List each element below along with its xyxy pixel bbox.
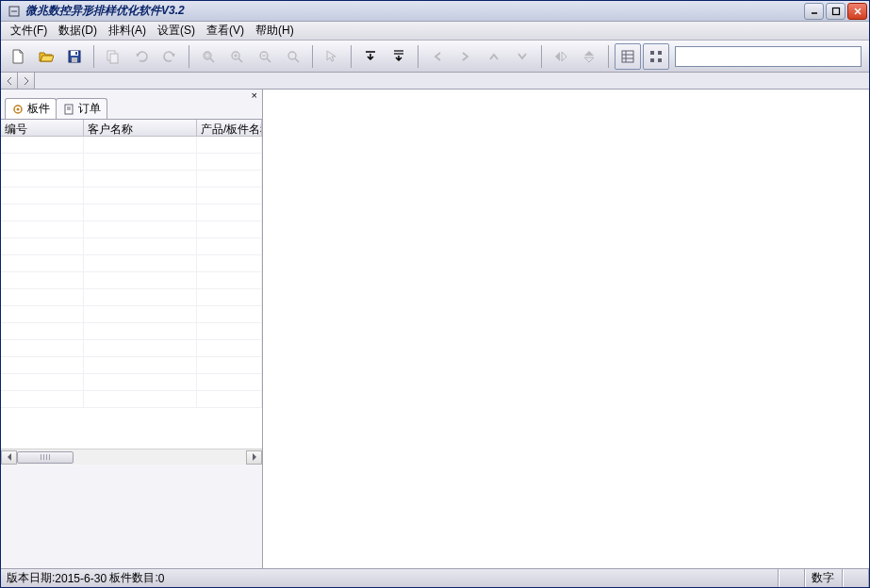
table-row — [1, 238, 262, 255]
svg-rect-27 — [622, 51, 633, 62]
toolbar-separator — [93, 45, 94, 68]
toolbar-separator — [189, 45, 189, 68]
svg-line-13 — [210, 58, 214, 62]
redo-button — [156, 43, 183, 70]
zoom-out-button — [252, 43, 278, 70]
canvas-area[interactable] — [263, 90, 869, 568]
open-file-button[interactable] — [33, 43, 59, 70]
table-row — [1, 204, 262, 221]
menubar: 文件(F) 数据(D) 排料(A) 设置(S) 查看(V) 帮助(H) — [1, 22, 869, 41]
menu-file[interactable]: 文件(F) — [5, 21, 53, 41]
table-row — [1, 255, 262, 272]
scroll-left-button[interactable] — [1, 450, 17, 465]
table-row — [1, 171, 262, 188]
svg-line-16 — [238, 58, 242, 62]
import-down-button[interactable] — [357, 43, 384, 70]
view-list-button[interactable] — [615, 43, 641, 70]
scroll-thumb[interactable] — [17, 451, 74, 464]
minimize-button[interactable] — [804, 3, 824, 20]
table-row — [1, 391, 262, 408]
svg-line-20 — [267, 58, 271, 62]
menu-help[interactable]: 帮助(H) — [250, 21, 300, 41]
svg-rect-14 — [205, 54, 209, 57]
table-row — [1, 221, 262, 238]
table-row — [1, 289, 262, 306]
status-slot-1 — [779, 569, 805, 587]
svg-rect-9 — [75, 52, 77, 55]
grid-header: 编号 客户名称 产品/板件名称 — [1, 120, 262, 137]
app-icon — [7, 4, 22, 19]
table-row — [1, 323, 262, 340]
document-tabbar — [1, 73, 869, 90]
arrow-right-button — [452, 43, 479, 70]
order-icon — [62, 103, 75, 116]
view-grid-button[interactable] — [643, 43, 669, 70]
toolbar-separator — [608, 45, 609, 68]
col-id[interactable]: 编号 — [1, 120, 84, 136]
side-panel: × 板件 订单 编号 客户名称 产品/板件名称 — [1, 90, 263, 568]
table-row — [1, 154, 262, 171]
table-row — [1, 272, 262, 289]
col-product[interactable]: 产品/板件名称 — [197, 120, 262, 136]
tab-orders[interactable]: 订单 — [56, 98, 107, 119]
tab-scroll-left[interactable] — [1, 73, 18, 89]
svg-rect-31 — [650, 51, 654, 55]
menu-data[interactable]: 数据(D) — [53, 21, 103, 41]
tab-scroll-right[interactable] — [18, 73, 35, 89]
menu-view[interactable]: 查看(V) — [201, 21, 250, 41]
tab-orders-label: 订单 — [78, 101, 101, 117]
scroll-right-button[interactable] — [246, 450, 262, 465]
scroll-track[interactable] — [17, 450, 246, 465]
arrow-down-button — [509, 43, 535, 70]
undo-button — [128, 43, 155, 70]
arrow-up-button — [481, 43, 507, 70]
grid-horizontal-scrollbar[interactable] — [1, 449, 262, 465]
copy-button — [100, 43, 126, 70]
panel-tabs: 板件 订单 — [1, 99, 262, 120]
svg-rect-32 — [658, 51, 662, 55]
app-title: 微兆数控异形排样优化软件V3.2 — [25, 3, 804, 19]
svg-point-22 — [288, 52, 296, 59]
gear-icon — [11, 103, 25, 116]
table-row — [1, 340, 262, 357]
svg-rect-11 — [110, 54, 118, 63]
flip-vertical-button — [576, 43, 602, 70]
statusbar: 版本日期:2015-6-30 板件数目:0 数字 — [1, 568, 869, 587]
tab-parts[interactable]: 板件 — [5, 98, 57, 119]
panel-close-icon[interactable]: × — [249, 90, 260, 101]
table-row — [1, 306, 262, 323]
parts-grid: 编号 客户名称 产品/板件名称 — [1, 120, 262, 465]
panel-spacer — [1, 465, 262, 568]
new-file-button[interactable] — [5, 43, 31, 70]
toolbar-separator — [312, 45, 313, 68]
save-file-button[interactable] — [61, 43, 88, 70]
toolbar-separator — [351, 45, 352, 68]
zoom-button — [280, 43, 306, 70]
status-slot-3 — [843, 569, 869, 587]
svg-rect-3 — [832, 8, 839, 14]
select-button — [319, 43, 345, 70]
status-numlock: 数字 — [805, 569, 843, 587]
svg-rect-8 — [72, 57, 77, 62]
status-text: 版本日期:2015-6-30 板件数目:0 — [1, 569, 779, 587]
flip-horizontal-button — [548, 43, 574, 70]
maximize-button[interactable] — [826, 3, 845, 20]
titlebar: 微兆数控异形排样优化软件V3.2 — [1, 1, 869, 22]
col-customer[interactable]: 客户名称 — [84, 120, 197, 136]
zoom-fit-button — [195, 43, 222, 70]
close-button[interactable] — [847, 3, 867, 20]
menu-nest[interactable]: 排料(A) — [103, 21, 152, 41]
workarea: × 板件 订单 编号 客户名称 产品/板件名称 — [1, 90, 869, 568]
toolbar-separator — [418, 45, 419, 68]
table-row — [1, 188, 262, 204]
import-stack-button[interactable] — [386, 43, 412, 70]
menu-settings[interactable]: 设置(S) — [152, 21, 201, 41]
toolbar-input[interactable] — [675, 46, 862, 67]
table-row — [1, 137, 262, 154]
grid-body[interactable] — [1, 137, 262, 449]
svg-point-12 — [204, 52, 211, 59]
toolbar-separator — [541, 45, 542, 68]
arrow-left-button — [424, 43, 451, 70]
tab-parts-label: 板件 — [27, 101, 50, 117]
svg-rect-33 — [650, 58, 654, 62]
